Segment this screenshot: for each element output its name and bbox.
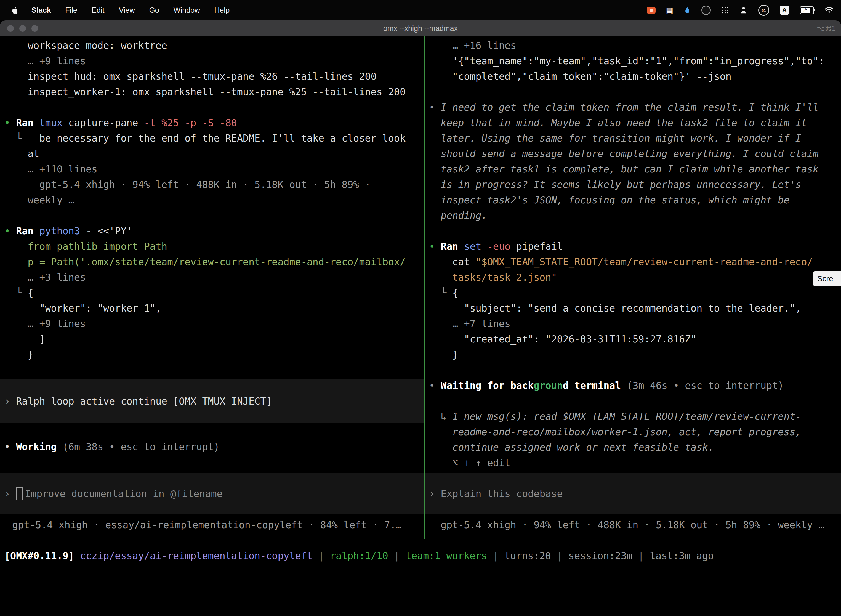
- terminal-line: "worker": "worker-1",: [4, 301, 424, 316]
- window-title: omx --xhigh --madmax: [0, 21, 841, 37]
- terminal-line: [429, 223, 841, 239]
- terminal-line: • Ran python3 - <<'PY': [4, 223, 424, 239]
- window-shortcut-hint: ⌥⌘1: [817, 21, 836, 37]
- prompt-placeholder: Improve documentation in @filename: [25, 488, 223, 499]
- terminal-line: ⌥ + ↑ edit: [429, 455, 841, 471]
- terminal-line: • Waiting for background terminal (3m 46…: [429, 378, 841, 393]
- window-titlebar[interactable]: omx --xhigh --madmax ⌥⌘1: [0, 21, 841, 37]
- terminal-line: └ {: [429, 285, 841, 301]
- terminal-line: └ be necessary for the end of the README…: [4, 131, 424, 146]
- terminal-line: should send a message before completing …: [429, 146, 841, 161]
- terminal-line: [4, 208, 424, 223]
- desktop-screen: SlackFileEditViewGoWindowHelp ▦ 61 A ⚡: [0, 0, 841, 616]
- menu-item-edit[interactable]: Edit: [92, 6, 105, 15]
- terminal-line: task2 after task1 is complete, but can I…: [429, 161, 841, 177]
- right-pane-output: … +16 lines'{"team_name":"my-team","task…: [425, 37, 841, 471]
- screen-recording-inner: [649, 9, 653, 12]
- terminal-line: tasks/task-2.json": [429, 270, 841, 285]
- terminal-line: ]: [4, 331, 424, 347]
- terminal-line: … +3 lines: [4, 270, 424, 285]
- terminal-line: … +7 lines: [429, 316, 841, 331]
- prompt-placeholder: Explain this codebase: [441, 488, 563, 499]
- terminal-line: [429, 393, 841, 409]
- terminal-line: "created_at": "2026-03-31T11:59:27.816Z": [429, 331, 841, 347]
- prompt-chevron: ›: [4, 488, 16, 499]
- terminal-line: readme-and-reco/mailbox/worker-1.json, a…: [429, 424, 841, 440]
- menu-items: SlackFileEditViewGoWindowHelp: [31, 6, 230, 15]
- terminal-line: … +16 lines: [429, 38, 841, 53]
- terminal-line: [429, 362, 841, 378]
- left-model-status: gpt-5.4 xhigh · essay/ai-reimplementatio…: [0, 517, 424, 532]
- terminal-line: … +110 lines: [4, 161, 424, 177]
- prompt-chevron: ›: [429, 488, 441, 499]
- terminal-line: "completed","claim_token":"claim-token"}…: [429, 69, 841, 84]
- screen-capture-tooltip: Scre: [813, 271, 841, 286]
- terminal-line: … +9 lines: [4, 53, 424, 69]
- terminal-line: continue assigned work or next feasible …: [429, 440, 841, 455]
- terminal-line: is in progress? It seems likely but perh…: [429, 177, 841, 192]
- tmux-pane-left[interactable]: workspace_mode: worktree… +9 linesinspec…: [0, 37, 424, 595]
- terminal-line: • Ran set -euo pipefail: [429, 239, 841, 254]
- working-status-line: • Working (6m 38s • esc to interrupt): [0, 439, 424, 455]
- menu-item-file[interactable]: File: [65, 6, 78, 15]
- figure-icon[interactable]: [740, 6, 748, 14]
- terminal-line: later. Using the same for transition mig…: [429, 131, 841, 146]
- right-prompt-input[interactable]: › Explain this codebase: [425, 473, 841, 514]
- tmux-pane-right[interactable]: … +16 lines'{"team_name":"my-team","task…: [425, 37, 841, 595]
- terminal-line: pending.: [429, 208, 841, 223]
- terminal-line: inspect task2's JSON, focusing on the st…: [429, 192, 841, 208]
- menu-item-window[interactable]: Window: [174, 6, 200, 15]
- terminal-line: cat "$OMX_TEAM_STATE_ROOT/team/review-cu…: [429, 254, 841, 270]
- terminal-line: • Ran tmux capture-pane -t %25 -p -S -80: [4, 115, 424, 131]
- terminal-line: • I need to get the claim token from the…: [429, 100, 841, 115]
- terminal-line: "subject": "send a concise recommendatio…: [429, 301, 841, 316]
- charging-bolt-icon: ⚡: [803, 6, 807, 13]
- wifi-icon[interactable]: [825, 7, 834, 14]
- terminal-window: omx --xhigh --madmax ⌥⌘1 workspace_mode:…: [0, 21, 841, 616]
- battery-percent-value: 61: [762, 8, 766, 13]
- terminal-line: from pathlib import Path: [4, 239, 424, 254]
- text-cursor: [16, 487, 23, 500]
- terminal-line: keep that in mind. Maybe I also need the…: [429, 115, 841, 131]
- screen-recording-icon[interactable]: [647, 7, 656, 14]
- terminal-line: [429, 84, 841, 100]
- menu-item-go[interactable]: Go: [149, 6, 159, 15]
- terminal-line: }: [4, 347, 424, 362]
- battery-icon[interactable]: ⚡: [800, 6, 814, 14]
- terminal-line: p = Path('.omx/state/team/review-current…: [4, 254, 424, 270]
- omx-session-status: [OMX#0.11.9] cczip/essay/ai-reimplementa…: [0, 548, 841, 563]
- battery-percent-icon[interactable]: 61: [758, 5, 769, 16]
- ralph-loop-banner: › Ralph loop active continue [OMX_TMUX_I…: [0, 379, 424, 423]
- circle-app-icon[interactable]: [701, 6, 711, 15]
- drop-icon[interactable]: [684, 7, 691, 14]
- terminal-content: workspace_mode: worktree… +9 linesinspec…: [0, 37, 841, 595]
- terminal-line: └ {: [4, 285, 424, 301]
- menubar-status-icons: ▦ 61 A ⚡: [647, 5, 841, 16]
- menu-item-view[interactable]: View: [119, 6, 135, 15]
- input-source-icon[interactable]: A: [780, 6, 789, 15]
- menu-item-slack[interactable]: Slack: [31, 6, 51, 15]
- left-prompt-input[interactable]: › Improve documentation in @filename: [0, 473, 424, 514]
- terminal-line: [4, 100, 424, 115]
- terminal-line: weekly …: [4, 192, 424, 208]
- terminal-line: gpt-5.4 xhigh · 94% left · 488K in · 5.1…: [4, 177, 424, 192]
- terminal-line: … +9 lines: [4, 316, 424, 331]
- terminal-line: }: [429, 347, 841, 362]
- terminal-line: inspect_hud: omx sparkshell --tmux-pane …: [4, 69, 424, 84]
- terminal-line: inspect_worker-1: omx sparkshell --tmux-…: [4, 84, 424, 100]
- terminal-line: at: [4, 146, 424, 161]
- left-pane-output: workspace_mode: worktree… +9 linesinspec…: [0, 37, 424, 362]
- right-model-status: gpt-5.4 xhigh · 94% left · 488K in · 5.1…: [425, 517, 841, 532]
- menu-item-help[interactable]: Help: [214, 6, 230, 15]
- terminal-line: workspace_mode: worktree: [4, 38, 424, 53]
- terminal-line: ↳ 1 new msg(s): read $OMX_TEAM_STATE_ROO…: [429, 409, 841, 424]
- terminal-line: '{"team_name":"my-team","task_id":"1","f…: [429, 53, 841, 69]
- menubar: SlackFileEditViewGoWindowHelp ▦ 61 A ⚡: [0, 0, 841, 21]
- apple-menu-icon[interactable]: [11, 6, 19, 14]
- tiles-icon[interactable]: ▦: [666, 6, 673, 15]
- dots-grid-icon[interactable]: [721, 6, 729, 14]
